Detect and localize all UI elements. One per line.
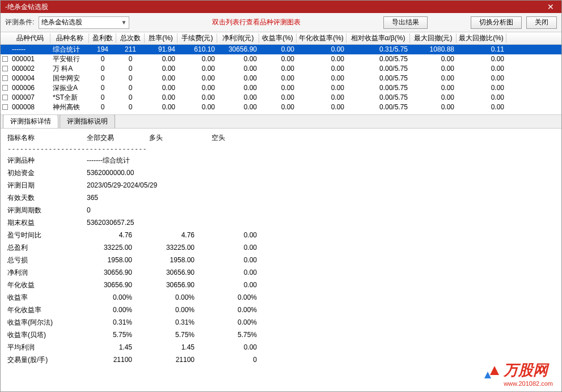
table-body[interactable]: ------综合统计19421191.94610.1030656.900.000… [1, 45, 561, 115]
dr-value: 2023/05/29-2024/05/29 [87, 181, 212, 189]
cell-yield: 0.00 [259, 93, 297, 101]
detail-row: 收益率(阿尔法)0.31%0.31%0.00% [7, 316, 555, 329]
cell-rate: 0.00 [145, 84, 178, 92]
table-row[interactable]: ------综合统计19421191.94610.1030656.900.000… [1, 45, 561, 54]
cell-code: 000008 [10, 103, 50, 111]
th-ayield[interactable]: 年化收益率(%) [297, 33, 347, 43]
th-rate[interactable]: 胜率(%) [145, 33, 178, 43]
dr-label: 净利润 [7, 268, 87, 278]
window-title: -绝杀金钻选股 [3, 2, 48, 12]
dr-v2: 0.00% [149, 306, 212, 314]
cell-code: 000002 [10, 65, 50, 73]
dr-value: 365 [87, 194, 212, 202]
cell-ab: 0.00/5.75 [347, 65, 410, 73]
dr-value: -------综合统计 [87, 156, 212, 165]
tab-explain[interactable]: 评测指标说明 [60, 114, 115, 128]
th-fee[interactable]: 手续费(元) [178, 33, 217, 43]
th-yield[interactable]: 收益率(%) [259, 33, 297, 43]
table-row[interactable]: 000008神州高铁000.000.000.000.000.000.00/5.7… [1, 103, 561, 112]
dr-v1: 30656.90 [87, 269, 149, 276]
table-row[interactable]: 000006深振业A000.000.000.000.000.000.00/5.7… [1, 83, 561, 93]
th-maxdd[interactable]: 最大回撤(元) [410, 33, 457, 43]
switch-chart-button[interactable]: 切换分析图 [471, 16, 522, 29]
dr-v1: 0.31% [87, 318, 149, 326]
dr-label: 总亏损 [7, 255, 87, 265]
cell-yield: 0.00 [259, 45, 297, 53]
table-row[interactable]: 000007*ST全新000.000.000.000.000.000.00/5.… [1, 93, 561, 103]
th-maxddr[interactable]: 最大回撤比(%) [457, 33, 506, 43]
dh-label: 指标名称 [7, 133, 87, 143]
close-button[interactable]: 关闭 [526, 16, 557, 29]
th-ab[interactable]: 相对收益率α/β(%) [347, 33, 410, 43]
cell-maxdd: 0.00 [410, 55, 457, 63]
row-checkbox[interactable] [1, 104, 10, 110]
th-win[interactable]: 盈利数 [89, 33, 116, 43]
table-row[interactable]: 000001平安银行000.000.000.000.000.000.00/5.7… [1, 54, 561, 64]
cell-ayield: 0.00 [297, 74, 347, 82]
dr-label: 评测日期 [7, 181, 87, 190]
cell-maxddr: 0.00 [457, 93, 506, 101]
cell-win: 0 [89, 65, 116, 73]
th-code[interactable]: 品种代码 [10, 33, 50, 43]
dr-v1: 1.45 [87, 343, 149, 351]
cell-name: 深振业A [50, 83, 89, 93]
cell-code: 000006 [10, 84, 50, 92]
cell-total: 0 [116, 84, 145, 92]
dr-label: 期末权益 [7, 218, 87, 228]
cell-yield: 0.00 [259, 103, 297, 111]
cell-fee: 0.00 [178, 55, 217, 63]
dh-short: 空头 [212, 133, 274, 143]
detail-row: 年化收益30656.9030656.900.00 [7, 279, 555, 291]
cell-maxddr: 0.00 [457, 84, 506, 92]
cell-profit: 0.00 [217, 103, 259, 111]
dr-v2: 30656.90 [149, 281, 212, 289]
dr-v3: 0.00 [212, 244, 274, 252]
dr-label: 评测品种 [7, 156, 87, 165]
th-name[interactable]: 品种名称 [50, 33, 89, 43]
row-checkbox[interactable] [1, 95, 10, 100]
dr-v2: 0.31% [149, 318, 212, 326]
dr-v3: 0 [212, 356, 274, 364]
cell-profit: 0.00 [217, 74, 259, 82]
cell-win: 0 [89, 103, 116, 111]
dr-value: 0 [87, 206, 212, 214]
dr-v2: 5.75% [149, 331, 212, 339]
cell-ayield: 0.00 [297, 65, 347, 73]
cell-maxddr: 0.11 [457, 45, 506, 53]
hint-text: 双击列表行查看品种评测图表 [212, 18, 301, 27]
table-row[interactable]: 000004国华网安000.000.000.000.000.000.00/5.7… [1, 74, 561, 83]
cell-profit: 0.00 [217, 93, 259, 101]
table-header-row: 品种代码 品种名称 盈利数 总次数 胜率(%) 手续费(元) 净利润(元) 收益… [1, 32, 561, 45]
detail-row: 有效天数365 [7, 191, 555, 204]
titlebar: -绝杀金钻选股 ✕ [1, 1, 561, 13]
th-profit[interactable]: 净利润(元) [217, 33, 259, 43]
row-checkbox[interactable] [1, 66, 10, 71]
th-total[interactable]: 总次数 [116, 33, 145, 43]
cell-fee: 0.00 [178, 74, 217, 82]
cell-ab: 0.00/5.75 [347, 55, 410, 63]
table-row[interactable]: 000002万 科A000.000.000.000.000.000.00/5.7… [1, 64, 561, 74]
row-checkbox[interactable] [1, 56, 10, 62]
dr-v2: 33225.00 [149, 244, 212, 252]
row-checkbox[interactable] [1, 75, 10, 81]
detail-row: 总盈利33225.0033225.000.00 [7, 241, 555, 254]
cell-fee: 0.00 [178, 84, 217, 92]
dr-v2: 30656.90 [149, 269, 212, 276]
tab-detail[interactable]: 评测指标详情 [3, 114, 58, 128]
cell-fee: 0.00 [178, 93, 217, 101]
cell-yield: 0.00 [259, 65, 297, 73]
cell-total: 0 [116, 65, 145, 73]
cell-ayield: 0.00 [297, 93, 347, 101]
cell-rate: 91.94 [145, 45, 178, 53]
dh-long: 多头 [149, 133, 212, 143]
detail-row: 期末权益5362030657.25 [7, 216, 555, 229]
cell-fee: 610.10 [178, 45, 217, 53]
condition-dropdown[interactable]: 绝杀金钻选股 ▼ [39, 16, 129, 29]
row-checkbox[interactable] [1, 85, 10, 91]
window-close-button[interactable]: ✕ [542, 2, 559, 12]
cell-maxdd: 1080.88 [410, 45, 457, 53]
export-button[interactable]: 导出结果 [383, 16, 428, 29]
dr-v3: 0.00 [212, 256, 274, 264]
details-panel[interactable]: 指标名称 全部交易 多头 空头 ------------------------… [1, 129, 561, 391]
condition-label: 评测条件: [5, 18, 34, 27]
